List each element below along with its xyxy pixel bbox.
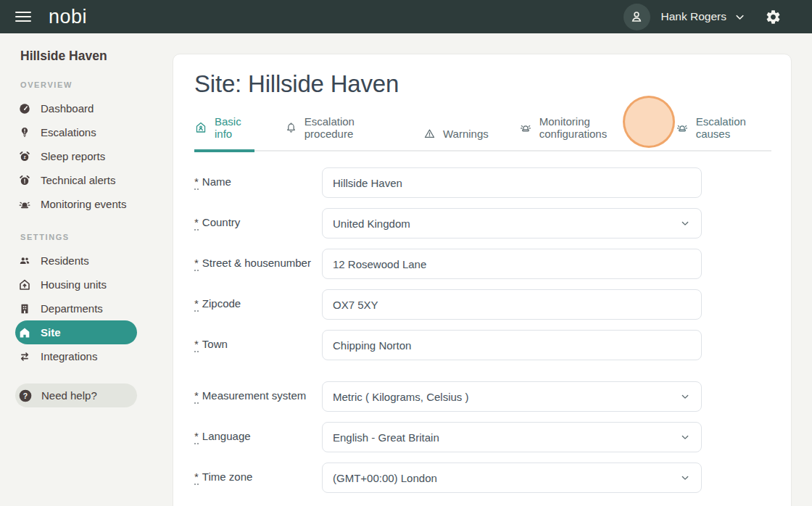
sidebar-item-integrations[interactable]: Integrations bbox=[15, 344, 137, 368]
language-label: *Language bbox=[194, 430, 322, 444]
language-select[interactable]: English - Great Britain bbox=[322, 422, 702, 452]
tab-basic-info[interactable]: Basic info bbox=[194, 115, 254, 152]
measurement-system-label: *Measurement system bbox=[194, 389, 322, 403]
tab-escalation-causes[interactable]: Escalation causes bbox=[676, 115, 771, 152]
settings-gear-icon[interactable] bbox=[765, 9, 782, 25]
town-input[interactable] bbox=[322, 330, 702, 360]
sidebar-item-site[interactable]: Site bbox=[15, 320, 137, 344]
alarm-alert-icon bbox=[18, 174, 31, 187]
sidebar: Hillside Haven OVERVIEW Dashboard Escala… bbox=[0, 33, 173, 506]
page-title: Site: Hillside Haven bbox=[194, 70, 791, 98]
name-input[interactable] bbox=[322, 167, 702, 198]
chevron-down-icon bbox=[679, 472, 691, 484]
chevron-down-icon bbox=[679, 391, 691, 402]
tab-bar: Basic info Escalation procedure Warnings… bbox=[194, 115, 771, 152]
country-label: *Country bbox=[194, 216, 322, 230]
sidebar-item-technical-alerts[interactable]: Technical alerts bbox=[15, 168, 137, 192]
zipcode-label: *Zipcode bbox=[194, 297, 322, 311]
sidebar-item-housing-units[interactable]: Housing units bbox=[15, 273, 137, 296]
siren-icon bbox=[519, 121, 532, 134]
name-label: *Name bbox=[194, 175, 322, 189]
street-label: *Street & housenumber bbox=[194, 257, 322, 270]
zipcode-input[interactable] bbox=[322, 289, 702, 320]
section-label-overview: OVERVIEW bbox=[20, 80, 173, 89]
chevron-down-icon[interactable] bbox=[734, 11, 746, 23]
sidebar-item-dashboard[interactable]: Dashboard bbox=[15, 96, 137, 120]
nobi-logo: nobi bbox=[49, 6, 87, 28]
sidebar-item-sleep-reports[interactable]: z Sleep reports bbox=[15, 144, 137, 168]
house-arrow-icon bbox=[18, 278, 31, 291]
sidebar-item-monitoring-events[interactable]: Monitoring events bbox=[15, 192, 137, 216]
sidebar-item-escalations[interactable]: Escalations bbox=[15, 120, 137, 144]
alarm-sleep-icon: z bbox=[18, 150, 31, 163]
top-navbar: nobi Hank Rogers bbox=[0, 0, 812, 33]
siren-icon bbox=[18, 198, 31, 211]
person-icon bbox=[629, 9, 645, 25]
chevron-down-icon bbox=[679, 217, 691, 229]
building-icon bbox=[18, 302, 31, 315]
chevron-down-icon bbox=[679, 431, 691, 443]
people-icon bbox=[18, 254, 31, 267]
section-label-settings: SETTINGS bbox=[20, 233, 173, 241]
house-person-icon bbox=[194, 121, 207, 134]
hamburger-menu-icon[interactable] bbox=[15, 12, 31, 22]
sidebar-item-departments[interactable]: Departments bbox=[15, 296, 137, 320]
town-label: *Town bbox=[194, 338, 322, 352]
country-select[interactable]: United Kingdom bbox=[322, 208, 702, 239]
user-name[interactable]: Hank Rogers bbox=[661, 10, 726, 23]
bell-icon bbox=[285, 122, 297, 134]
tab-warnings[interactable]: Warnings bbox=[423, 128, 489, 152]
siren-icon bbox=[676, 121, 689, 134]
swap-arrows-icon bbox=[18, 350, 31, 363]
question-mark-icon: ? bbox=[18, 389, 33, 403]
lightbulb-alert-icon bbox=[18, 126, 31, 139]
site-settings-card: Site: Hillside Haven Basic info Escalati… bbox=[173, 54, 792, 506]
home-icon bbox=[18, 326, 31, 339]
tab-monitoring-configurations[interactable]: Monitoring configurations bbox=[519, 115, 645, 152]
tab-escalation-procedure[interactable]: Escalation procedure bbox=[285, 115, 393, 152]
site-name-title: Hillside Haven bbox=[20, 49, 173, 64]
need-help-button[interactable]: ? Need help? bbox=[15, 383, 137, 407]
basic-info-form: *Name *Country United Kingdom *Street & … bbox=[173, 167, 791, 506]
svg-text:z: z bbox=[23, 154, 25, 159]
warning-triangle-icon bbox=[423, 128, 436, 140]
dashboard-icon bbox=[18, 102, 31, 115]
timezone-select[interactable]: (GMT+00:00) London bbox=[322, 463, 702, 493]
street-input[interactable] bbox=[322, 249, 702, 279]
measurement-system-select[interactable]: Metric ( Kilograms, Celsius ) bbox=[322, 381, 702, 412]
timezone-label: *Time zone bbox=[194, 470, 322, 484]
sidebar-item-residents[interactable]: Residents bbox=[15, 249, 137, 273]
user-avatar[interactable] bbox=[624, 4, 650, 30]
svg-text:?: ? bbox=[23, 391, 28, 399]
